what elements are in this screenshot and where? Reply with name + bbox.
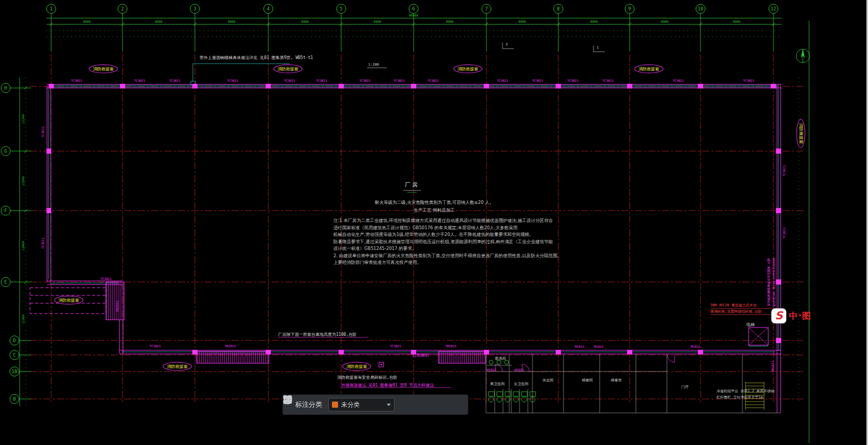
dimension-text: 8000 (228, 20, 235, 23)
grid-bubble-row: B (10, 394, 20, 404)
window-tag: TC3021 (149, 344, 161, 348)
platform-note-1: 冷凝机组平台 设高1.2 米高不锈钢 (717, 389, 774, 394)
window-tag: TC3021 (428, 79, 439, 82)
door-tag: M1022 (691, 345, 700, 348)
grid-bubble-column: 3 (190, 4, 200, 14)
note-line: 设计统一标准》GB51245-2017 的要求。 (333, 245, 571, 253)
window-tag: TC3021 (782, 227, 786, 239)
dimension-text: 8000 (733, 20, 740, 23)
annotation-toolbar: 标注分类 未分类 (282, 394, 468, 415)
door-tag: M1022 (594, 345, 603, 348)
grid-bubble-column: 4 (264, 4, 273, 14)
window-tag: TC3021 (359, 79, 371, 82)
window-tag: TC3021 (532, 79, 543, 82)
section-flag-2: 2 (506, 42, 508, 47)
app-watermark: S 中·图 (771, 308, 811, 323)
window-tag: TC3021 (41, 238, 44, 249)
note-line: 2. 由建设单位将申请安装厂房的火灾危险性类别为丁类,交付使用时不得擅自更改厂房… (333, 253, 571, 260)
dimension-text: 8000 (83, 20, 90, 23)
sill-height-note: 厂房除下面一层窗台离地高度为1100,台阶 (278, 332, 357, 337)
room-name: 女卫生间 (514, 381, 528, 387)
dimension-text: 8000 (155, 20, 162, 23)
fire-rescue-window-label: 消防救援窗 (163, 362, 192, 371)
grid-bubble-column: 8 (554, 4, 564, 14)
fire-rescue-window-label: 消防救援窗 (453, 65, 482, 73)
curb-note-2: 玻璃砖墙,宽度同烧结砖墙,台阶 (710, 309, 762, 314)
insulation-note: 外墙保温做法 见01 图集做01 页0 节点大样做法 (341, 382, 434, 388)
window-tag: TC3021 (227, 79, 238, 82)
dimension-text: 12200 (21, 114, 25, 124)
grid-bubble-row: C (10, 350, 20, 360)
fire-rescue-window-label: 消防救援窗 (634, 65, 663, 73)
grid-bubble-column: 7 (482, 4, 492, 14)
door-tag: M1022 (487, 368, 496, 372)
window-tag: TC3021 (390, 344, 401, 348)
partition-walls (486, 354, 781, 413)
category-filter-value: 未分类 (341, 400, 384, 409)
window-tag: TC3021 (169, 79, 180, 82)
note-line: 注:1 本厂房为二类工业建筑,环境控制及燃烧方式采用通过自动通风设计节能措施优选… (333, 217, 571, 225)
note-line: 防暑降温要求下,通过采取技术措施管理与照明低压运行机组,资源能源利用率的过程,构… (333, 239, 571, 246)
window-tag: TC3021 (567, 79, 578, 82)
category-filter-dropdown[interactable]: 未分类 (328, 398, 394, 411)
fire-rescue-window-label: 消防救援窗 (89, 65, 118, 73)
subtitle-line: 生产工艺:饲料品加工 (331, 206, 538, 214)
dimension-text: 8000 (661, 20, 668, 23)
window-tag: TC3021 (393, 79, 405, 82)
dimension-text: 8000 (301, 20, 309, 23)
subtitle-line: 耐火等级为二级,火灾危险性类别为丁类,可容纳人数≤20 人。 (331, 199, 538, 206)
window-tag: TM1015 (224, 344, 236, 348)
plan-title: 厂房 (405, 181, 419, 189)
rescue-sign-note: 消防救援窗有安全易碎标识,台阶 (337, 375, 398, 380)
room-name: 维修室 (611, 378, 622, 383)
window-tag: TC3021 (71, 79, 82, 82)
grid-bubble-column: 5 (337, 4, 346, 14)
window-tag: TC3021 (284, 79, 295, 82)
window-tag: TM1015 (445, 344, 456, 348)
dimension-text: 8000 (446, 20, 453, 23)
fire-rescue-window-label: 消防救援窗 (342, 362, 371, 371)
category-label: 标注分类 (295, 400, 322, 409)
window-tag: TC3021 (316, 79, 327, 82)
grid-bubble-row: D (10, 336, 20, 346)
brand-name: 中·图 (789, 310, 811, 322)
plan-subtitle: 耐火等级为二级,火灾危险性类别为丁类,可容纳人数≤20 人。生产工艺:饲料品加工 (331, 199, 538, 214)
dimension-text: 11300 (21, 315, 25, 324)
general-notes: 注:1 本厂房为二类工业建筑,环境控制及燃烧方式采用通过自动通风设计节能措施优选… (333, 217, 571, 266)
cad-viewer-window: 1234567891012 HGFEDC1BB 8000800080008000… (0, 0, 868, 445)
window-tag: TC3021 (134, 79, 145, 82)
window-tag: PM1021 (771, 361, 774, 372)
right-stair-note-2: 踏步宽300 高150,栏杆扶手高900 (772, 258, 776, 306)
section-flag-1: 1 (597, 46, 599, 50)
grid-bubble-row: H (1, 83, 11, 93)
fire-rescue-window-label: 消防救援窗 (797, 119, 805, 148)
dimension-text: 11500 (21, 176, 25, 186)
grid-bubble-column: 2 (118, 4, 128, 14)
fire-rescue-window-label: 消防救援窗 (273, 65, 302, 73)
brand-logo-icon: S (771, 308, 786, 323)
total-dimension: 80000 (409, 13, 418, 17)
note-line: 上要经消防部门审查批准方可再次投产使用。 (333, 259, 571, 266)
room-name: 维修间 (582, 378, 593, 383)
window-tag: FM1521 (115, 301, 119, 312)
grid-bubble-row: 1B (10, 367, 20, 377)
window-tag: TC3021 (100, 277, 112, 280)
grid-bubble-column: 10 (696, 4, 706, 14)
door-tag: M1022 (514, 368, 524, 372)
red-mark-note: 红色标识 (413, 352, 429, 358)
window-tag: TC3021 (41, 126, 44, 138)
scale-note: 1:200 (368, 63, 379, 67)
elevator-label: 电梯 (747, 322, 755, 328)
window-tag: TC3021 (743, 79, 754, 82)
dimension-text: 8000 (519, 20, 526, 23)
dimension-text: 8000 (374, 20, 381, 23)
room-name: 男卫生间 (490, 381, 505, 387)
grid-bubble-column: 1 (47, 4, 56, 14)
window-tag: TC3021 (673, 79, 684, 82)
window-tag: TC3021 (782, 165, 786, 176)
window-tag: TC3021 (497, 79, 508, 82)
platform-note-2: 栏杆围栏,立柱净距不大于1m (717, 395, 763, 400)
right-stair-note-1: 室外疏散钢楼梯做法详见图集,台阶 (767, 258, 771, 306)
grid-bubble-row: G (1, 146, 11, 156)
window-tag: TC3021 (602, 79, 614, 82)
